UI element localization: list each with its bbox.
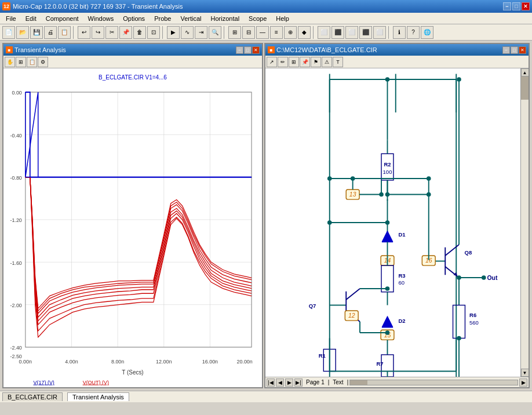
scroll-down-btn[interactable]: ▼: [521, 369, 529, 377]
plot-tb-settings[interactable]: ⚙: [38, 57, 48, 67]
sch-tb-arrow[interactable]: ↗: [267, 57, 277, 67]
menu-options[interactable]: Options: [118, 14, 150, 23]
tb-c2[interactable]: ⬛: [331, 26, 344, 39]
plot-tb-hand[interactable]: ✋: [5, 57, 15, 67]
chart-area: B_ECLGATE.CIR V1=4...6 0.00 -0.40 -0.80 …: [3, 68, 262, 387]
status-tab-transient[interactable]: Transient Analysis: [67, 392, 129, 401]
page-tab-sep: |: [328, 379, 330, 385]
svg-text:-1.20: -1.20: [10, 217, 21, 223]
tb-new[interactable]: 📄: [2, 26, 15, 39]
schematic-scrollbar-v[interactable]: ▲ ▼: [520, 68, 529, 377]
tb-c1[interactable]: ⬜: [318, 26, 330, 39]
tb-undo[interactable]: ↩: [78, 26, 90, 39]
tb-marker[interactable]: ◆: [298, 26, 311, 39]
nav-prev[interactable]: ◀: [276, 378, 284, 387]
sch-tb-pin[interactable]: 📌: [300, 57, 310, 67]
nav-next[interactable]: ▶: [285, 378, 293, 387]
left-panel-titlebar: ■ Transient Analysis − □ ✕: [3, 44, 262, 56]
title-bar: 12 Micro-Cap 12.0.0.0 (32 bit) 727 169 3…: [0, 0, 532, 13]
svg-text:0.00: 0.00: [12, 90, 21, 96]
svg-text:D1: D1: [399, 231, 406, 238]
svg-text:R6: R6: [469, 312, 476, 318]
toolbar-sep-1: [73, 26, 75, 39]
plot-tb-zoom-in[interactable]: ⊞: [16, 57, 26, 67]
svg-point-49: [385, 77, 390, 82]
right-panel-titlebar: ■ C:\MC12W\DATA\B_ECLGATE.CIR − □ ✕: [265, 44, 529, 56]
tb-junction[interactable]: ⊕: [284, 26, 297, 39]
scroll-thumb[interactable]: [521, 77, 529, 100]
tb-step[interactable]: ⇥: [195, 26, 207, 39]
tb-help[interactable]: ?: [407, 26, 420, 39]
menu-windows[interactable]: Windows: [83, 14, 119, 23]
tb-c4[interactable]: ⬛: [359, 26, 372, 39]
tb-c5[interactable]: ⬜: [373, 26, 386, 39]
plot-tb-copy[interactable]: 📋: [27, 57, 37, 67]
tb-zoom[interactable]: 🔍: [209, 26, 221, 39]
svg-text:560: 560: [469, 319, 479, 326]
tb-copy[interactable]: 📋: [58, 26, 71, 39]
nav-scroll-h[interactable]: [349, 380, 518, 385]
svg-text:Out: Out: [487, 275, 497, 281]
tb-redo[interactable]: ↪: [92, 26, 104, 39]
menu-help[interactable]: Help: [271, 14, 294, 23]
tb-wire[interactable]: —: [256, 26, 269, 39]
svg-text:R3: R3: [399, 272, 406, 279]
tb-delete[interactable]: 🗑: [133, 26, 146, 39]
main-toolbar: 📄 📂 💾 🖨 📋 ↩ ↪ ✂ 📌 🗑 ⊡ ▶ ∿ ⇥ 🔍 ⊞ ⊟ — ≡ ⊕ …: [0, 24, 532, 41]
transient-analysis-panel: ■ Transient Analysis − □ ✕ ✋ ⊞ 📋 ⚙ B_ECL…: [2, 43, 263, 388]
status-tab-eclgate[interactable]: B_ECLGATE.CIR: [2, 392, 63, 401]
menu-scope[interactable]: Scope: [244, 14, 271, 23]
minimize-button[interactable]: −: [503, 2, 511, 10]
tb-save[interactable]: 💾: [30, 26, 43, 39]
menu-horizontal[interactable]: Horizontal: [206, 14, 245, 23]
left-panel-close[interactable]: ✕: [252, 46, 260, 54]
tb-open[interactable]: 📂: [16, 26, 29, 39]
menu-component[interactable]: Component: [41, 14, 83, 23]
restore-button[interactable]: □: [512, 2, 520, 10]
svg-text:12: 12: [348, 312, 355, 319]
sch-tb-text[interactable]: T: [333, 57, 343, 67]
text-label[interactable]: Text: [330, 379, 345, 385]
svg-text:V(17) (V): V(17) (V): [34, 379, 54, 385]
scroll-up-btn[interactable]: ▲: [521, 68, 529, 77]
svg-text:V(OUT) (V): V(OUT) (V): [83, 379, 109, 385]
svg-point-106: [457, 77, 461, 82]
tb-bus[interactable]: ≡: [270, 26, 283, 39]
tb-snap[interactable]: ⊟: [242, 26, 255, 39]
menu-probe[interactable]: Probe: [150, 14, 176, 23]
tb-run[interactable]: ▶: [167, 26, 180, 39]
menu-file[interactable]: File: [1, 14, 21, 23]
tb-select[interactable]: ⊡: [147, 26, 160, 39]
status-bar: B_ECLGATE.CIR Transient Analysis: [0, 391, 532, 402]
right-panel-minimize[interactable]: −: [502, 46, 510, 54]
right-panel-close[interactable]: ✕: [519, 46, 526, 54]
sch-tb-grid[interactable]: ⊞: [289, 57, 299, 67]
nav-last[interactable]: ▶|: [294, 378, 303, 387]
schematic-area: 13 R2 100: [265, 68, 520, 377]
sch-tb-warn[interactable]: ⚠: [322, 57, 332, 67]
left-panel-restore[interactable]: □: [244, 46, 252, 54]
tb-wave[interactable]: ∿: [181, 26, 194, 39]
nav-first[interactable]: |◀: [267, 378, 275, 387]
tb-cut[interactable]: ✂: [105, 26, 118, 39]
close-button[interactable]: ✕: [522, 2, 530, 10]
schematic-svg: 13 R2 100: [265, 68, 520, 377]
svg-point-54: [327, 176, 332, 181]
svg-point-125: [327, 220, 332, 225]
page-label: Page 1: [304, 379, 327, 385]
tb-paste[interactable]: 📌: [119, 26, 132, 39]
right-panel-restore[interactable]: □: [511, 46, 518, 54]
tb-c3[interactable]: ⬜: [345, 26, 358, 39]
tb-net[interactable]: 🌐: [421, 26, 433, 39]
sch-tb-edit[interactable]: ✏: [278, 57, 288, 67]
menu-vertical[interactable]: Vertical: [176, 14, 206, 23]
tb-info[interactable]: ℹ: [393, 26, 406, 39]
nav-more[interactable]: |: [347, 379, 349, 385]
sch-tb-flag[interactable]: ⚑: [311, 57, 321, 67]
tb-grid[interactable]: ⊞: [228, 26, 241, 39]
svg-text:4.00n: 4.00n: [65, 359, 78, 365]
tb-print[interactable]: 🖨: [44, 26, 57, 39]
nav-scroll-right[interactable]: ▶: [519, 378, 527, 387]
menu-edit[interactable]: Edit: [21, 14, 41, 23]
left-panel-minimize[interactable]: −: [236, 46, 243, 54]
